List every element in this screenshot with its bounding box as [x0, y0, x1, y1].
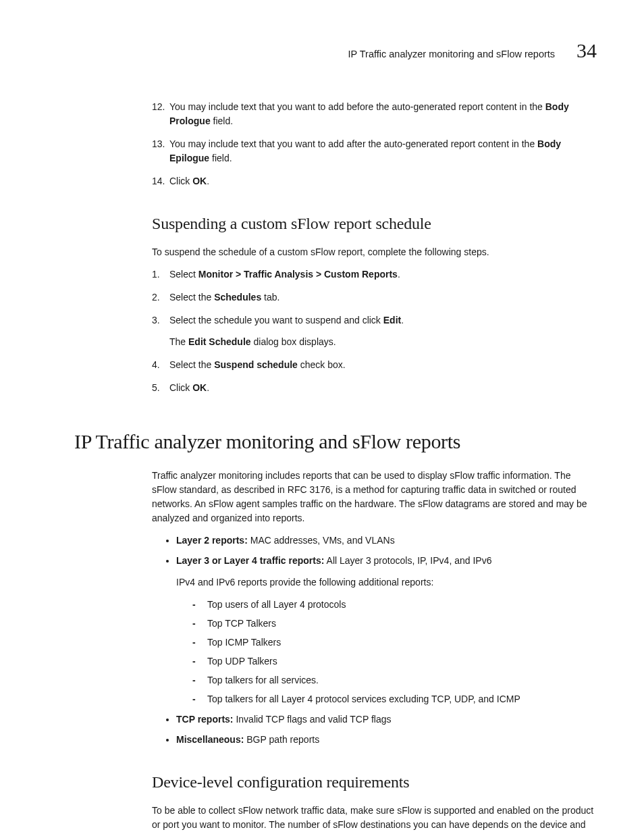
ip-traffic-heading: IP Traffic analyzer monitoring and sFlow… — [74, 426, 597, 457]
step-text: You may include text that you want to ad… — [169, 138, 537, 149]
bullet-layer34: Layer 3 or Layer 4 traffic reports: All … — [176, 554, 597, 706]
step-text: Click — [169, 382, 192, 393]
step-post: . — [207, 382, 209, 393]
step-number: 2. — [152, 290, 160, 305]
dash-item: Top talkers for all services. — [192, 673, 597, 687]
main-content: 12. You may include text that you want t… — [152, 100, 597, 834]
bullet-text: All Layer 3 protocols, IP, IPv4, and IPv… — [324, 555, 491, 566]
step-13: 13. You may include text that you want t… — [152, 137, 597, 165]
step-text: You may include text that you want to ad… — [169, 101, 545, 112]
suspend-step-2: 2. Select the Schedules tab. — [152, 290, 597, 305]
step-bold: Monitor > Traffic Analysis > Custom Repo… — [198, 269, 398, 280]
dash-item: Top UDP Talkers — [192, 654, 597, 669]
step-text: Select the — [169, 292, 214, 303]
device-heading: Device-level configuration requirements — [152, 770, 597, 794]
step-subtext: The Edit Schedule dialog box displays. — [169, 335, 597, 349]
step-post: check box. — [298, 359, 346, 370]
dash-item: Top talkers for all Layer 4 protocol ser… — [192, 692, 597, 706]
bullet-text: Invalid TCP flags and valid TCP flags — [234, 714, 392, 725]
bullet-misc: Miscellaneous: BGP path reports — [176, 733, 597, 747]
step-post: tab. — [261, 292, 279, 303]
step-post: . — [401, 315, 404, 325]
step-bold: Edit — [383, 315, 401, 325]
step-bold: Schedules — [214, 292, 261, 303]
dash-item: Top TCP Talkers — [192, 617, 597, 631]
bullet-bold: Miscellaneous: — [176, 734, 244, 745]
step-text: Select the schedule you want to suspend … — [169, 315, 383, 325]
step-14: 14. Click OK. — [152, 174, 597, 188]
step-number: 13. — [152, 137, 165, 151]
bullet-bold: Layer 2 reports: — [176, 535, 248, 546]
step-number: 14. — [152, 174, 165, 188]
step-number: 1. — [152, 267, 160, 282]
sub-pre: The — [169, 336, 188, 347]
suspend-step-1: 1. Select Monitor > Traffic Analysis > C… — [152, 267, 597, 282]
bullet-layer2: Layer 2 reports: MAC addresses, VMs, and… — [176, 533, 597, 548]
step-number: 3. — [152, 313, 160, 328]
step-bold: OK — [192, 176, 207, 186]
suspend-intro: To suspend the schedule of a custom sFlo… — [152, 245, 597, 259]
chapter-number: 34 — [576, 41, 597, 61]
step-text: Select — [169, 269, 198, 280]
step-post: field. — [209, 153, 232, 163]
bullet-tcp: TCP reports: Invalid TCP flags and valid… — [176, 712, 597, 727]
step-post: . — [207, 176, 209, 186]
step-number: 5. — [152, 381, 160, 395]
suspend-step-3: 3. Select the schedule you want to suspe… — [152, 313, 597, 349]
bullet-text: MAC addresses, VMs, and VLANs — [248, 535, 395, 546]
sub-post: dialog box displays. — [251, 336, 336, 347]
top-steps-list: 12. You may include text that you want t… — [152, 100, 597, 188]
bullet-text: BGP path reports — [244, 734, 319, 745]
suspend-heading: Suspending a custom sFlow report schedul… — [152, 211, 597, 236]
step-bold: Suspend schedule — [214, 359, 298, 370]
suspend-step-4: 4. Select the Suspend schedule check box… — [152, 358, 597, 372]
page-header: IP Traffic analyzer monitoring and sFlow… — [74, 41, 597, 62]
bullet-bold: Layer 3 or Layer 4 traffic reports: — [176, 555, 324, 566]
dash-item: Top users of all Layer 4 protocols — [192, 598, 597, 612]
step-number: 12. — [152, 100, 165, 114]
bullet-bold: TCP reports: — [176, 714, 234, 725]
step-post: field. — [211, 115, 233, 126]
dash-item: Top ICMP Talkers — [192, 635, 597, 650]
ip-intro: Traffic analyzer monitoring includes rep… — [152, 469, 597, 525]
suspend-step-5: 5. Click OK. — [152, 381, 597, 395]
suspend-steps: 1. Select Monitor > Traffic Analysis > C… — [152, 267, 597, 395]
step-number: 4. — [152, 358, 160, 372]
step-12: 12. You may include text that you want t… — [152, 100, 597, 128]
step-bold: OK — [192, 382, 207, 393]
step-text: Click — [169, 176, 192, 186]
device-body: To be able to collect sFlow network traf… — [152, 804, 597, 834]
bullet-subintro: IPv4 and IPv6 reports provide the follow… — [176, 575, 597, 590]
report-bullets: Layer 2 reports: MAC addresses, VMs, and… — [152, 533, 597, 747]
step-text: Select the — [169, 359, 214, 370]
dash-list: Top users of all Layer 4 protocols Top T… — [176, 598, 597, 706]
step-post: . — [398, 269, 400, 280]
header-title: IP Traffic analyzer monitoring and sFlow… — [348, 47, 556, 62]
sub-bold: Edit Schedule — [188, 336, 251, 347]
